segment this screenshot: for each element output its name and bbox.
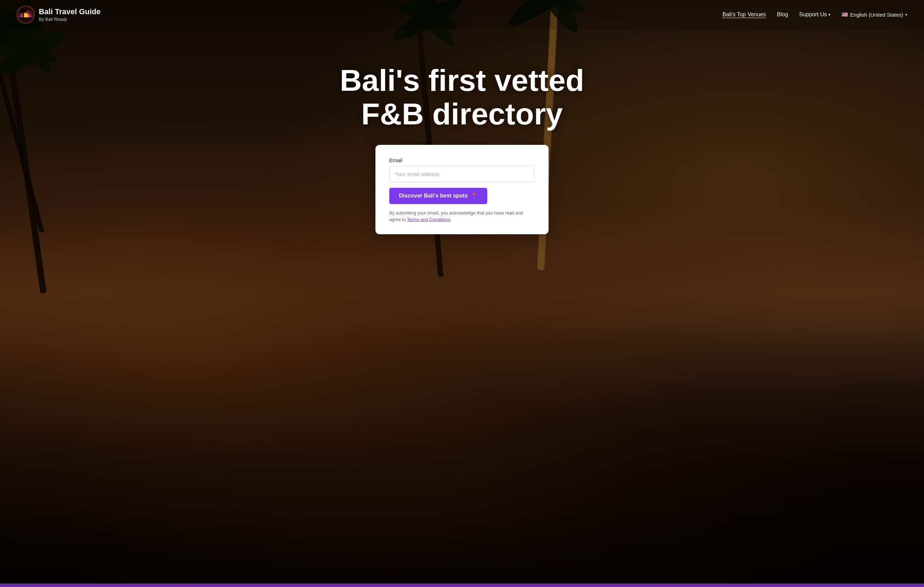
nav-top-venues[interactable]: Bali's Top Venues — [723, 12, 766, 18]
nav-blog[interactable]: Blog — [777, 12, 788, 18]
terms-link[interactable]: Terms and Conditions — [407, 217, 450, 222]
hero-title: Bali's first vetted F&B directory — [340, 64, 584, 131]
brand-text: Bali Travel Guide By Bali Ready — [39, 7, 101, 21]
nav-support-us[interactable]: Support Us ▾ — [799, 12, 830, 18]
form-disclaimer: By submitting your email, you acknowledg… — [389, 210, 535, 223]
map-pin-icon: 📍 — [471, 193, 478, 199]
brand-logo — [16, 5, 35, 23]
email-label: Email — [389, 157, 535, 163]
brand-logo-link[interactable]: Bali Travel Guide By Bali Ready — [16, 5, 101, 23]
brand-name: Bali Travel Guide — [39, 7, 101, 16]
email-input[interactable] — [389, 166, 535, 182]
submit-button[interactable]: Discover Bali's best spots 📍 — [389, 188, 487, 204]
navbar: Bali Travel Guide By Bali Ready Bali's T… — [0, 0, 924, 29]
chevron-down-icon: ▾ — [905, 12, 908, 17]
brand-sub: By Bali Ready — [39, 17, 101, 22]
email-form-card: Email Discover Bali's best spots 📍 By su… — [375, 145, 549, 234]
chevron-down-icon: ▾ — [828, 12, 830, 17]
crowd-overlay — [0, 323, 924, 587]
nav-language[interactable]: 🇺🇸 English (United States) ▾ — [842, 12, 908, 18]
flag-icon: 🇺🇸 — [842, 12, 848, 18]
nav-links: Bali's Top Venues Blog Support Us ▾ 🇺🇸 E… — [723, 12, 908, 18]
hero-section: Bali Travel Guide By Bali Ready Bali's T… — [0, 0, 924, 587]
hero-content: Bali's first vetted F&B directory Email … — [0, 64, 924, 234]
bottom-bar — [0, 584, 924, 587]
